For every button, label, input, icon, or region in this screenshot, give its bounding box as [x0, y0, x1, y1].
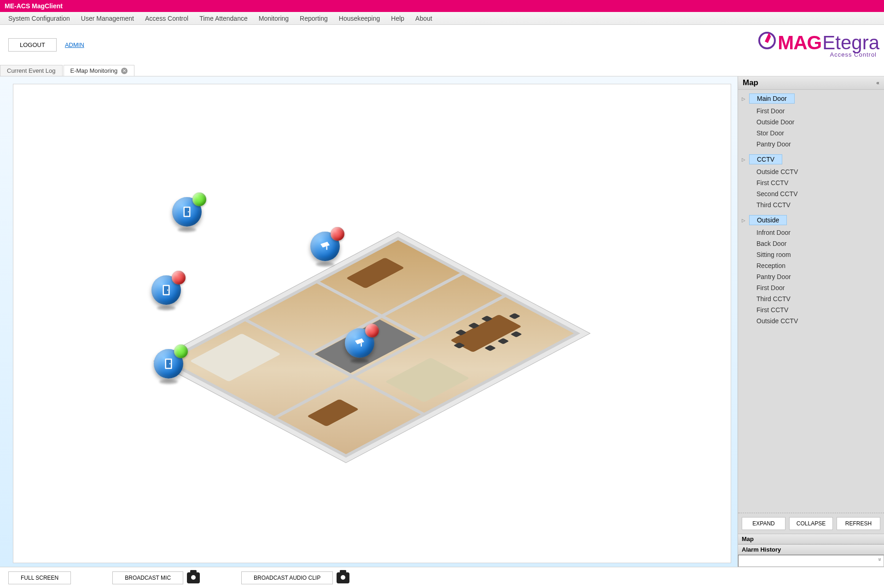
tree-children: Outside CCTVFirst CCTVSecond CCTVThird C…	[740, 165, 882, 214]
menu-user-management[interactable]: User Management	[76, 13, 140, 24]
svg-point-2	[188, 211, 189, 213]
tree-item[interactable]: First CCTV	[756, 305, 882, 314]
camera-icon[interactable]	[337, 572, 349, 583]
svg-point-5	[167, 290, 169, 291]
tree-group: ▷OutsideInfront DoorBack DoorSitting roo…	[740, 214, 882, 330]
panel-collapse-icon[interactable]: «	[876, 80, 879, 86]
tree-group-label[interactable]: CCTV	[749, 154, 782, 164]
status-dot-red-icon	[331, 227, 344, 241]
tab-label: Current Event Log	[7, 67, 56, 74]
camera-icon[interactable]	[187, 572, 200, 583]
tree-toggle-icon[interactable]: ▷	[741, 218, 746, 223]
tree-item[interactable]: Outside Door	[756, 117, 882, 127]
tree-item[interactable]: First Door	[756, 283, 882, 292]
door-marker-3[interactable]	[154, 349, 183, 378]
door-marker-2[interactable]	[151, 275, 181, 305]
side-panel: Map « ▷Main DoorFirst DoorOutside DoorSt…	[738, 76, 884, 567]
menu-system-configuration[interactable]: System Configuration	[3, 13, 76, 24]
side-panel-title: Map	[743, 78, 758, 87]
status-dot-green-icon	[192, 192, 206, 206]
refresh-button[interactable]: REFRESH	[837, 517, 880, 530]
tab-close-icon[interactable]: ✕	[121, 68, 128, 74]
collapse-button[interactable]: COLLAPSE	[789, 517, 833, 530]
tab-emap-monitoring[interactable]: E-Map Monitoring ✕	[64, 65, 135, 76]
menu-reporting[interactable]: Reporting	[294, 13, 333, 24]
brand-text-mag: MAG	[778, 32, 821, 54]
brand-subtitle: Access Control	[830, 51, 877, 58]
tree-children: Infront DoorBack DoorSitting roomRecepti…	[740, 226, 882, 330]
title-bar: ME-ACS MagClient	[0, 0, 884, 12]
menu-help[interactable]: Help	[385, 13, 410, 24]
tree-group-label[interactable]: Main Door	[749, 93, 795, 104]
tree-item[interactable]: Pantry Door	[756, 272, 882, 281]
tree-group-label[interactable]: Outside	[749, 215, 787, 225]
tab-current-event-log[interactable]: Current Event Log	[0, 65, 63, 76]
bottom-bar: FULL SCREEN BROADCAST MIC BROADCAST AUDI…	[0, 567, 884, 588]
svg-rect-10	[361, 343, 362, 347]
tree-group: ▷Main DoorFirst DoorOutside DoorStor Doo…	[740, 93, 882, 153]
sub-panel-map[interactable]: Map	[738, 534, 884, 544]
admin-link[interactable]: ADMIN	[65, 41, 84, 48]
tree-item[interactable]: Pantry Door	[756, 140, 882, 149]
map-viewport	[0, 76, 738, 567]
svg-point-8	[169, 363, 171, 365]
tree-group: ▷CCTVOutside CCTVFirst CCTVSecond CCTVTh…	[740, 153, 882, 214]
status-dot-green-icon	[174, 344, 188, 358]
expand-button[interactable]: EXPAND	[742, 517, 785, 530]
map-tree[interactable]: ▷Main DoorFirst DoorOutside DoorStor Doo…	[738, 90, 884, 512]
main-area: Map « ▷Main DoorFirst DoorOutside DoorSt…	[0, 76, 884, 567]
menu-about[interactable]: About	[410, 13, 438, 24]
tree-item[interactable]: Outside CCTV	[756, 167, 882, 176]
tree-toggle-icon[interactable]: ▷	[741, 157, 746, 162]
tree-item[interactable]: First Door	[756, 106, 882, 116]
tree-item[interactable]: Third CCTV	[756, 200, 882, 210]
status-dot-red-icon	[365, 324, 379, 338]
window-title: ME-ACS MagClient	[5, 2, 63, 10]
tree-item[interactable]: Infront Door	[756, 228, 882, 237]
menu-time-attendance[interactable]: Time Attendance	[194, 13, 253, 24]
tree-group-head[interactable]: ▷Main Door	[740, 93, 882, 105]
broadcast-audio-button[interactable]: BROADCAST AUDIO CLIP	[241, 571, 333, 584]
status-dot-red-icon	[172, 271, 186, 285]
logout-button[interactable]: LOGOUT	[8, 38, 57, 52]
menu-monitoring[interactable]: Monitoring	[253, 13, 294, 24]
tree-item[interactable]: Third CCTV	[756, 294, 882, 303]
tab-label: E-Map Monitoring	[70, 67, 118, 74]
door-marker-1[interactable]	[172, 197, 202, 227]
broadcast-mic-button[interactable]: BROADCAST MIC	[112, 571, 183, 584]
tree-group-head[interactable]: ▷CCTV	[740, 153, 882, 165]
tree-group-head[interactable]: ▷Outside	[740, 214, 882, 226]
sub-panel-alarm-history[interactable]: Alarm History	[738, 544, 884, 555]
menu-housekeeping[interactable]: Housekeeping	[333, 13, 386, 24]
camera-marker-1[interactable]	[310, 232, 340, 261]
camera-marker-2[interactable]	[345, 328, 374, 358]
menu-bar: System Configuration User Management Acc…	[0, 12, 884, 25]
tab-strip: Current Event Log E-Map Monitoring ✕	[0, 64, 884, 76]
menu-access-control[interactable]: Access Control	[140, 13, 194, 24]
brand-text-etegra: Etegra	[822, 32, 879, 54]
alarm-history-box[interactable]	[738, 555, 884, 567]
tree-toggle-icon[interactable]: ▷	[741, 96, 746, 101]
tree-children: First DoorOutside DoorStor DoorPantry Do…	[740, 105, 882, 153]
tree-item[interactable]: Back Door	[756, 239, 882, 248]
brand-logo: MAG Etegra Access Control	[758, 32, 879, 58]
top-strip: LOGOUT ADMIN MAG Etegra Access Control	[0, 25, 884, 64]
tree-item[interactable]: Sitting room	[756, 250, 882, 259]
panel-button-row: EXPAND COLLAPSE REFRESH	[738, 512, 884, 534]
tree-item[interactable]: Stor Door	[756, 128, 882, 138]
fullscreen-button[interactable]: FULL SCREEN	[8, 571, 71, 584]
map-canvas[interactable]	[13, 84, 731, 563]
svg-rect-9	[326, 246, 328, 250]
tree-item[interactable]: First CCTV	[756, 178, 882, 187]
brand-icon	[758, 32, 776, 49]
tree-item[interactable]: Reception	[756, 261, 882, 270]
side-panel-header: Map «	[738, 76, 884, 90]
tree-item[interactable]: Outside CCTV	[756, 316, 882, 326]
tree-item[interactable]: Second CCTV	[756, 189, 882, 198]
